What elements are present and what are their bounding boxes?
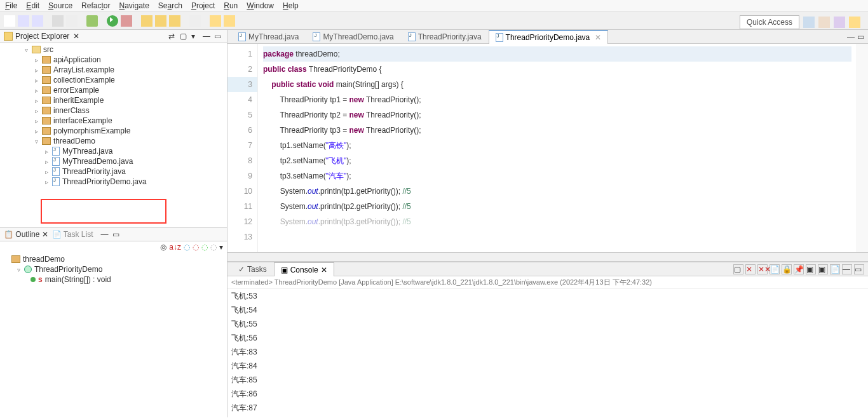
line-gutter: 1 2 3 4 5 6 7 8 9 10 11 12 13 [227,44,258,252]
src-folder-icon [32,46,41,53]
code-content[interactable]: package threadDemo;public class ThreadPr… [258,44,857,252]
tree-package[interactable]: ▹polymorphismExample [5,126,227,136]
outline-tab[interactable]: 📋 Outline ✕ [4,230,48,239]
tree-java-file[interactable]: ▹ThreadPriority.java [5,166,227,177]
view-menu-icon[interactable]: ▾ [219,243,223,252]
tree-src[interactable]: ▿src [5,44,227,55]
editor-tabs: MyThread.java MyThreadDemo.java ThreadPr… [227,30,868,44]
tree-package[interactable]: ▹interfaceExample [5,116,227,126]
tab-mythread[interactable]: MyThread.java [231,30,306,43]
tree-package[interactable]: ▹errorExample [5,85,227,95]
quick-access-bar: Quick Access [740,15,860,29]
console-output[interactable]: 飞机:53 飞机:54 飞机:55 飞机:56 汽车:83 汽车:84 汽车:8… [227,289,868,417]
switch-icon[interactable] [52,15,64,27]
tasklist-tab[interactable]: 📄 Task List [52,230,93,239]
new-package-icon[interactable] [141,15,153,27]
run-icon[interactable] [107,15,118,27]
perspective-java-icon[interactable] [803,17,815,28]
pin-console-icon[interactable]: 📌 [794,264,804,274]
hide-local-icon[interactable]: ◌ [210,243,217,252]
open-type-icon[interactable] [169,15,180,27]
remove-icon[interactable]: ✕ [745,264,756,274]
tree-package[interactable]: ▹inheritExample [5,95,227,105]
perspective-open-icon[interactable] [849,17,860,28]
menu-navigate[interactable]: Navigate [119,1,149,10]
run-last-icon[interactable] [121,15,132,27]
collapse-all-icon[interactable]: ▢ [180,32,189,41]
java-file-icon [496,33,503,42]
project-tree[interactable]: ▿src ▹apiApplication ▹ArrayList.example … [0,43,227,227]
console-line: 汽车:83 [231,345,864,359]
tree-package-expanded[interactable]: ▿threadDemo [5,136,227,146]
view-menu-icon[interactable]: ▾ [191,32,200,41]
tree-package[interactable]: ▹collectionExample [5,75,227,85]
menu-window[interactable]: Window [247,1,274,10]
tree-package[interactable]: ▹ArrayList.example [5,65,227,75]
remove-all-icon[interactable]: ✕✕ [757,264,768,274]
forward-icon[interactable] [224,15,235,27]
quick-access-input[interactable]: Quick Access [740,15,799,29]
outline-tree[interactable]: threadDemo ▿ThreadPriorityDemo s main(St… [0,253,227,286]
clear-console-icon[interactable]: 📄 [770,264,780,274]
menu-search[interactable]: Search [158,1,182,10]
perspective-debug-icon[interactable] [818,17,830,28]
menu-run[interactable]: Run [224,1,238,10]
hide-nonpublic-icon[interactable]: ◌ [201,243,208,252]
minimize-icon[interactable]: — [842,264,852,274]
search-icon[interactable] [189,15,201,27]
maximize-icon[interactable]: ▭ [854,264,864,274]
overview-ruler[interactable] [857,44,868,252]
minimize-icon[interactable]: — [203,32,212,41]
maximize-icon[interactable]: ▭ [214,32,223,41]
tab-mythreaddemo[interactable]: MyThreadDemo.java [306,30,400,43]
tree-package[interactable]: ▹innerClass [5,105,227,116]
minimize-icon[interactable]: — [101,230,109,239]
sort-icon[interactable]: a↓z [169,243,181,252]
new-console-icon[interactable]: 📄 [830,264,840,274]
outline-class[interactable]: ▿ThreadPriorityDemo [5,264,222,274]
tab-console[interactable]: ▣ Console ✕ [274,262,334,276]
build-icon[interactable] [66,15,78,27]
menu-project[interactable]: Project [191,1,215,10]
tree-java-file[interactable]: ▹MyThread.java [5,146,227,156]
new-class-icon[interactable] [155,15,166,27]
java-file-icon [52,177,60,186]
menu-refactor[interactable]: Refactor [81,1,110,10]
menu-source[interactable]: Source [48,1,72,10]
tree-java-file[interactable]: ▹MyThreadDemo.java [5,156,227,166]
tab-tasks[interactable]: ✓ Tasks [231,262,274,276]
menu-help[interactable]: Help [283,1,299,10]
perspective-other-icon[interactable] [834,17,845,28]
focus-icon[interactable]: ◎ [160,243,166,252]
code-editor[interactable]: 1 2 3 4 5 6 7 8 9 10 11 12 13 package th… [227,44,868,252]
open-console-icon[interactable]: ▣ [818,264,828,274]
outline-method[interactable]: s main(String[]) : void [5,274,222,285]
minimize-icon[interactable]: — [847,32,855,41]
console-line: 汽车:86 [231,387,864,401]
save-icon[interactable] [18,15,29,27]
menu-file[interactable]: FFileile [5,1,17,10]
debug-icon[interactable] [86,15,98,27]
maximize-icon[interactable]: ▭ [857,32,864,41]
horizontal-scrollbar[interactable] [227,252,868,261]
link-editor-icon[interactable]: ⇄ [168,32,177,41]
display-icon[interactable]: ▣ [806,264,816,274]
save-all-icon[interactable] [32,15,43,27]
outline-package[interactable]: threadDemo [5,254,222,264]
tree-package[interactable]: ▹apiApplication [5,55,227,65]
scroll-lock-icon[interactable]: 🔒 [782,264,792,274]
console-line: 汽车:84 [231,359,864,373]
tab-threadpriority[interactable]: ThreadPriority.java [401,30,489,43]
back-icon[interactable] [210,15,221,27]
menu-edit[interactable]: Edit [26,1,39,10]
menu-bar: FFileile Edit Source Refactor Navigate S… [0,0,868,12]
new-icon[interactable] [4,15,15,27]
outline-header: 📋 Outline ✕ 📄 Task List — ▭ [0,228,227,241]
terminate-icon[interactable]: ▢ [733,264,743,274]
hide-static-icon[interactable]: ◌ [193,243,199,252]
tree-java-file[interactable]: ▹ThreadPriorityDemo.java [5,177,227,187]
hide-fields-icon[interactable]: ◌ [184,243,190,252]
close-icon[interactable]: ✕ [595,33,601,42]
maximize-icon[interactable]: ▭ [112,230,119,239]
tab-threadprioritydemo[interactable]: ThreadPriorityDemo.java✕ [489,30,609,44]
